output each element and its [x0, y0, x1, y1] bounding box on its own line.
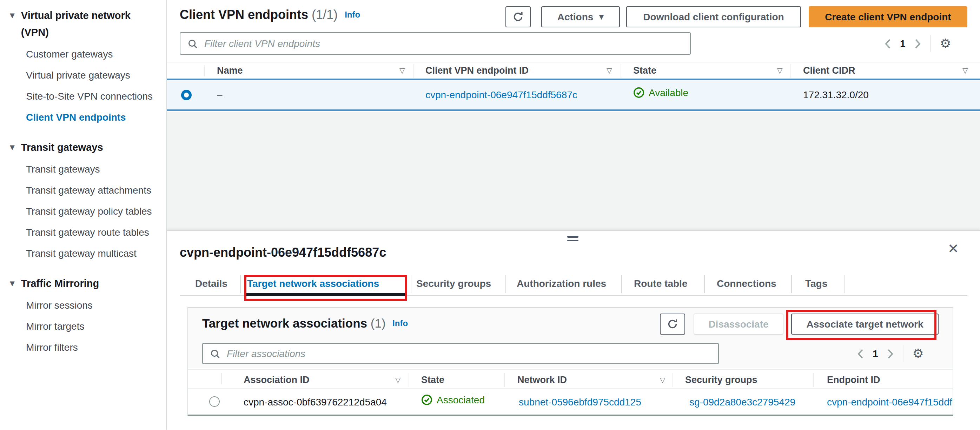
sort-icon[interactable]: ▽: [660, 376, 665, 384]
divider: [903, 345, 904, 362]
refresh-button[interactable]: [506, 6, 531, 27]
radio-selected[interactable]: [181, 90, 192, 100]
tab-target-network-associations[interactable]: Target network associations: [247, 274, 379, 296]
tab-connections[interactable]: Connections: [717, 274, 776, 296]
sort-icon[interactable]: ▽: [395, 376, 401, 384]
divider: [410, 275, 411, 293]
column-header-state[interactable]: State: [421, 374, 444, 385]
active-tab-underline: [247, 293, 405, 296]
refresh-button[interactable]: [660, 314, 685, 335]
column-header-state[interactable]: State: [633, 65, 656, 76]
page-number[interactable]: 1: [873, 348, 878, 359]
sidebar-section-transit-gateways[interactable]: ▼ Transit gateways: [0, 136, 166, 159]
cell-association-id: cvpn-assoc-0bf639762212d5a04: [243, 396, 387, 408]
cell-security-group-link[interactable]: sg-09d2a80e3c2795429: [689, 396, 795, 408]
gear-icon[interactable]: ⚙: [913, 347, 924, 360]
status-badge: Available: [633, 87, 688, 98]
sidebar-item-tg-policy-tables[interactable]: Transit gateway policy tables: [0, 201, 166, 222]
radio-unselected[interactable]: [209, 396, 220, 407]
sidebar-item-virtual-private-gateways[interactable]: Virtual private gateways: [0, 65, 166, 86]
chevron-right-icon[interactable]: [915, 38, 921, 49]
search-icon: [188, 38, 198, 49]
info-link[interactable]: Info: [393, 319, 408, 328]
divider: [791, 275, 792, 293]
divider: [930, 35, 931, 52]
sidebar-item-site-to-site-vpn[interactable]: Site-to-Site VPN connections: [0, 86, 166, 106]
divider: [204, 65, 205, 76]
sidebar-section-vpc-lattice[interactable]: ▼ VPC Lattice: [0, 423, 167, 430]
status-badge: Associated: [421, 394, 485, 405]
divider: [506, 275, 506, 293]
divider: [813, 373, 814, 387]
tab-details[interactable]: Details: [195, 274, 228, 296]
tab-route-table[interactable]: Route table: [634, 274, 687, 296]
column-header-association-id[interactable]: Association ID: [243, 374, 310, 385]
sidebar-item-tg-route-tables[interactable]: Transit gateway route tables: [0, 222, 166, 243]
client-vpn-endpoints-panel: Client VPN endpoints (1/1) Info Actions …: [167, 0, 980, 230]
chevron-left-icon[interactable]: [885, 38, 891, 49]
empty-table-background: [167, 112, 980, 230]
divider: [409, 373, 409, 387]
associate-target-network-button[interactable]: Associate target network: [791, 314, 939, 335]
column-header-endpoint-id[interactable]: Endpoint ID: [827, 374, 880, 385]
tab-tags[interactable]: Tags: [805, 274, 827, 296]
divider: [844, 275, 845, 293]
drag-handle-icon[interactable]: [567, 236, 579, 243]
associations-count: (1): [371, 316, 386, 330]
sidebar-item-client-vpn-endpoints[interactable]: Client VPN endpoints: [0, 106, 166, 128]
create-client-vpn-endpoint-button[interactable]: Create client VPN endpoint: [809, 6, 967, 27]
detail-panel-title: cvpn-endpoint-06e947f15ddf5687c: [180, 246, 386, 260]
sort-icon[interactable]: ▽: [606, 67, 612, 75]
sidebar-item-mirror-filters[interactable]: Mirror filters: [0, 337, 166, 358]
sidebar-item-mirror-sessions[interactable]: Mirror sessions: [0, 295, 166, 316]
cell-endpoint-id-link[interactable]: cvpn-endpoint-06e947f15ddf5687c: [827, 396, 953, 408]
sidebar-item-customer-gateways[interactable]: Customer gateways: [0, 43, 166, 65]
column-header-security-groups[interactable]: Security groups: [685, 374, 757, 385]
triangle-down-icon: ▼: [10, 139, 15, 156]
column-header-network-id[interactable]: Network ID: [517, 374, 567, 385]
tab-security-groups[interactable]: Security groups: [416, 274, 491, 296]
sidebar-section-vpn[interactable]: ▼ Virtual private network (VPN): [0, 4, 166, 43]
download-client-configuration-button[interactable]: Download client configuration: [626, 6, 801, 27]
refresh-icon: [512, 11, 524, 22]
gear-icon[interactable]: ⚙: [940, 37, 951, 50]
endpoints-filter-input[interactable]: Filter client VPN endpoints: [180, 32, 691, 55]
associations-pagination: 1 ⚙: [857, 345, 924, 362]
cell-endpoint-id-link[interactable]: cvpn-endpoint-06e947f15ddf5687c: [425, 89, 578, 100]
divider: [240, 275, 241, 293]
chevron-left-icon[interactable]: [857, 348, 864, 359]
sidebar-item-mirror-targets[interactable]: Mirror targets: [0, 316, 166, 337]
divider: [414, 64, 414, 78]
sidebar: ▼ Virtual private network (VPN) Customer…: [0, 0, 167, 430]
page-number[interactable]: 1: [900, 38, 905, 49]
tab-authorization-rules[interactable]: Authorization rules: [517, 274, 606, 296]
sidebar-section-label: Traffic Mirroring: [21, 275, 99, 292]
vpc-console: ▼ Virtual private network (VPN) Customer…: [0, 0, 980, 430]
sidebar-section-traffic-mirroring[interactable]: ▼ Traffic Mirroring: [0, 272, 166, 295]
divider: [504, 373, 505, 387]
disassociate-button[interactable]: Disassociate: [694, 314, 783, 335]
actions-button[interactable]: Actions ▼: [541, 6, 620, 27]
associations-filter-input[interactable]: Filter associations: [202, 343, 719, 364]
column-header-endpoint-id[interactable]: Client VPN endpoint ID: [425, 65, 528, 76]
column-header-name[interactable]: Name: [217, 65, 243, 76]
close-icon[interactable]: ✕: [948, 241, 959, 256]
sort-icon[interactable]: ▽: [963, 67, 968, 75]
triangle-down-icon: ▼: [10, 275, 15, 292]
cell-state: Available: [633, 87, 688, 98]
sort-icon[interactable]: ▽: [777, 67, 783, 75]
sort-icon[interactable]: ▽: [399, 67, 405, 75]
sidebar-item-tg-multicast[interactable]: Transit gateway multicast: [0, 243, 166, 264]
sidebar-item-transit-gateways[interactable]: Transit gateways: [0, 159, 166, 179]
chevron-right-icon[interactable]: [887, 348, 894, 359]
divider: [620, 64, 621, 78]
divider: [188, 388, 953, 389]
check-circle-icon: [421, 394, 433, 405]
cell-network-id-link[interactable]: subnet-0596ebfd975cdd125: [519, 396, 641, 408]
triangle-down-icon: ▼: [10, 7, 15, 41]
cell-name: –: [217, 89, 223, 100]
sidebar-section-label: VPC Lattice: [21, 426, 78, 430]
column-header-client-cidr[interactable]: Client CIDR: [803, 65, 855, 76]
info-link[interactable]: Info: [345, 10, 360, 20]
sidebar-item-tg-attachments[interactable]: Transit gateway attachments: [0, 179, 166, 201]
